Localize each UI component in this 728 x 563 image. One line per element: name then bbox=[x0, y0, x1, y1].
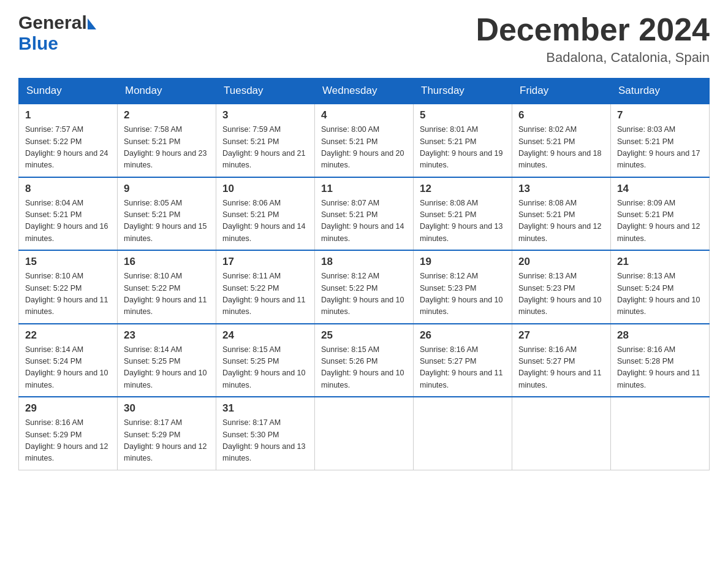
day-number: 12 bbox=[420, 183, 506, 195]
calendar-cell: 29Sunrise: 8:16 AMSunset: 5:29 PMDayligh… bbox=[19, 397, 118, 470]
day-info: Sunrise: 8:11 AMSunset: 5:22 PMDaylight:… bbox=[222, 270, 308, 318]
day-info: Sunrise: 8:15 AMSunset: 5:25 PMDaylight:… bbox=[222, 344, 308, 392]
calendar-cell: 11Sunrise: 8:07 AMSunset: 5:21 PMDayligh… bbox=[315, 177, 414, 251]
day-number: 7 bbox=[617, 109, 703, 121]
day-number: 10 bbox=[222, 183, 308, 195]
calendar-cell: 30Sunrise: 8:17 AMSunset: 5:29 PMDayligh… bbox=[118, 397, 216, 470]
calendar-cell: 4Sunrise: 8:00 AMSunset: 5:21 PMDaylight… bbox=[315, 104, 414, 177]
day-number: 1 bbox=[25, 109, 111, 121]
calendar-cell bbox=[414, 397, 512, 470]
day-number: 11 bbox=[321, 183, 407, 195]
calendar-week-row: 22Sunrise: 8:14 AMSunset: 5:24 PMDayligh… bbox=[19, 324, 710, 397]
calendar-cell: 1Sunrise: 7:57 AMSunset: 5:22 PMDaylight… bbox=[19, 104, 118, 177]
day-number: 15 bbox=[25, 256, 111, 268]
title-block: December 2024 Badalona, Catalonia, Spain bbox=[476, 12, 710, 66]
logo-general-text: General bbox=[18, 12, 87, 33]
day-number: 6 bbox=[518, 109, 604, 121]
day-number: 22 bbox=[25, 329, 111, 342]
day-number: 29 bbox=[25, 402, 111, 415]
calendar-week-row: 29Sunrise: 8:16 AMSunset: 5:29 PMDayligh… bbox=[19, 397, 710, 470]
calendar-header-tuesday: Tuesday bbox=[216, 79, 315, 104]
calendar-header-friday: Friday bbox=[512, 79, 611, 104]
calendar-cell bbox=[512, 397, 611, 470]
calendar-header-monday: Monday bbox=[118, 79, 216, 104]
day-info: Sunrise: 8:02 AMSunset: 5:21 PMDaylight:… bbox=[518, 124, 604, 172]
day-number: 31 bbox=[222, 402, 308, 415]
calendar-week-row: 15Sunrise: 8:10 AMSunset: 5:22 PMDayligh… bbox=[19, 250, 710, 324]
day-info: Sunrise: 8:10 AMSunset: 5:22 PMDaylight:… bbox=[25, 270, 111, 318]
day-info: Sunrise: 8:06 AMSunset: 5:21 PMDaylight:… bbox=[222, 197, 308, 245]
day-info: Sunrise: 8:12 AMSunset: 5:23 PMDaylight:… bbox=[420, 270, 506, 318]
day-info: Sunrise: 8:16 AMSunset: 5:27 PMDaylight:… bbox=[420, 344, 506, 392]
day-number: 16 bbox=[124, 256, 210, 268]
calendar-cell: 16Sunrise: 8:10 AMSunset: 5:22 PMDayligh… bbox=[118, 250, 216, 324]
day-info: Sunrise: 8:16 AMSunset: 5:27 PMDaylight:… bbox=[518, 344, 604, 392]
day-number: 21 bbox=[617, 256, 703, 268]
day-number: 9 bbox=[124, 183, 210, 195]
day-number: 26 bbox=[420, 329, 506, 342]
day-number: 23 bbox=[124, 329, 210, 342]
logo: General Blue bbox=[18, 12, 96, 54]
day-info: Sunrise: 7:58 AMSunset: 5:21 PMDaylight:… bbox=[124, 124, 210, 172]
calendar-week-row: 1Sunrise: 7:57 AMSunset: 5:22 PMDaylight… bbox=[19, 104, 710, 177]
day-info: Sunrise: 8:09 AMSunset: 5:21 PMDaylight:… bbox=[617, 197, 703, 245]
calendar-cell: 28Sunrise: 8:16 AMSunset: 5:28 PMDayligh… bbox=[611, 324, 710, 397]
calendar-table: SundayMondayTuesdayWednesdayThursdayFrid… bbox=[18, 78, 710, 470]
day-number: 20 bbox=[518, 256, 604, 268]
calendar-cell: 7Sunrise: 8:03 AMSunset: 5:21 PMDaylight… bbox=[611, 104, 710, 177]
calendar-cell: 10Sunrise: 8:06 AMSunset: 5:21 PMDayligh… bbox=[216, 177, 315, 251]
calendar-cell: 25Sunrise: 8:15 AMSunset: 5:26 PMDayligh… bbox=[315, 324, 414, 397]
calendar-cell: 8Sunrise: 8:04 AMSunset: 5:21 PMDaylight… bbox=[19, 177, 118, 251]
day-number: 28 bbox=[617, 329, 703, 342]
day-info: Sunrise: 8:01 AMSunset: 5:21 PMDaylight:… bbox=[420, 124, 506, 172]
calendar-cell: 18Sunrise: 8:12 AMSunset: 5:22 PMDayligh… bbox=[315, 250, 414, 324]
calendar-cell: 14Sunrise: 8:09 AMSunset: 5:21 PMDayligh… bbox=[611, 177, 710, 251]
calendar-cell: 13Sunrise: 8:08 AMSunset: 5:21 PMDayligh… bbox=[512, 177, 611, 251]
day-info: Sunrise: 8:17 AMSunset: 5:30 PMDaylight:… bbox=[222, 417, 308, 465]
calendar-header-thursday: Thursday bbox=[414, 79, 512, 104]
calendar-header-saturday: Saturday bbox=[611, 79, 710, 104]
calendar-cell: 26Sunrise: 8:16 AMSunset: 5:27 PMDayligh… bbox=[414, 324, 512, 397]
day-info: Sunrise: 8:14 AMSunset: 5:25 PMDaylight:… bbox=[124, 344, 210, 392]
day-info: Sunrise: 7:59 AMSunset: 5:21 PMDaylight:… bbox=[222, 124, 308, 172]
calendar-cell: 17Sunrise: 8:11 AMSunset: 5:22 PMDayligh… bbox=[216, 250, 315, 324]
calendar-cell: 23Sunrise: 8:14 AMSunset: 5:25 PMDayligh… bbox=[118, 324, 216, 397]
day-number: 13 bbox=[518, 183, 604, 195]
calendar-cell: 24Sunrise: 8:15 AMSunset: 5:25 PMDayligh… bbox=[216, 324, 315, 397]
calendar-header-row: SundayMondayTuesdayWednesdayThursdayFrid… bbox=[19, 79, 710, 104]
day-number: 17 bbox=[222, 256, 308, 268]
day-number: 4 bbox=[321, 109, 407, 121]
logo-arrow-icon bbox=[88, 18, 96, 29]
day-info: Sunrise: 8:08 AMSunset: 5:21 PMDaylight:… bbox=[420, 197, 506, 245]
day-info: Sunrise: 8:16 AMSunset: 5:29 PMDaylight:… bbox=[25, 417, 111, 465]
day-info: Sunrise: 8:10 AMSunset: 5:22 PMDaylight:… bbox=[124, 270, 210, 318]
calendar-cell bbox=[315, 397, 414, 470]
day-number: 14 bbox=[617, 183, 703, 195]
calendar-cell bbox=[611, 397, 710, 470]
day-number: 8 bbox=[25, 183, 111, 195]
day-info: Sunrise: 8:15 AMSunset: 5:26 PMDaylight:… bbox=[321, 344, 407, 392]
calendar-cell: 5Sunrise: 8:01 AMSunset: 5:21 PMDaylight… bbox=[414, 104, 512, 177]
calendar-cell: 27Sunrise: 8:16 AMSunset: 5:27 PMDayligh… bbox=[512, 324, 611, 397]
calendar-cell: 12Sunrise: 8:08 AMSunset: 5:21 PMDayligh… bbox=[414, 177, 512, 251]
calendar-cell: 20Sunrise: 8:13 AMSunset: 5:23 PMDayligh… bbox=[512, 250, 611, 324]
day-info: Sunrise: 8:07 AMSunset: 5:21 PMDaylight:… bbox=[321, 197, 407, 245]
day-info: Sunrise: 8:00 AMSunset: 5:21 PMDaylight:… bbox=[321, 124, 407, 172]
day-number: 25 bbox=[321, 329, 407, 342]
calendar-cell: 3Sunrise: 7:59 AMSunset: 5:21 PMDaylight… bbox=[216, 104, 315, 177]
page-header: General Blue December 2024 Badalona, Cat… bbox=[18, 12, 710, 66]
day-info: Sunrise: 8:03 AMSunset: 5:21 PMDaylight:… bbox=[617, 124, 703, 172]
calendar-cell: 21Sunrise: 8:13 AMSunset: 5:24 PMDayligh… bbox=[611, 250, 710, 324]
day-info: Sunrise: 8:17 AMSunset: 5:29 PMDaylight:… bbox=[124, 417, 210, 465]
calendar-week-row: 8Sunrise: 8:04 AMSunset: 5:21 PMDaylight… bbox=[19, 177, 710, 251]
day-info: Sunrise: 7:57 AMSunset: 5:22 PMDaylight:… bbox=[25, 124, 111, 172]
calendar-cell: 19Sunrise: 8:12 AMSunset: 5:23 PMDayligh… bbox=[414, 250, 512, 324]
logo-blue-text: Blue bbox=[18, 33, 58, 53]
calendar-cell: 2Sunrise: 7:58 AMSunset: 5:21 PMDaylight… bbox=[118, 104, 216, 177]
day-number: 19 bbox=[420, 256, 506, 268]
day-number: 27 bbox=[518, 329, 604, 342]
calendar-header-sunday: Sunday bbox=[19, 79, 118, 104]
location-title: Badalona, Catalonia, Spain bbox=[476, 50, 710, 66]
day-number: 2 bbox=[124, 109, 210, 121]
calendar-cell: 22Sunrise: 8:14 AMSunset: 5:24 PMDayligh… bbox=[19, 324, 118, 397]
